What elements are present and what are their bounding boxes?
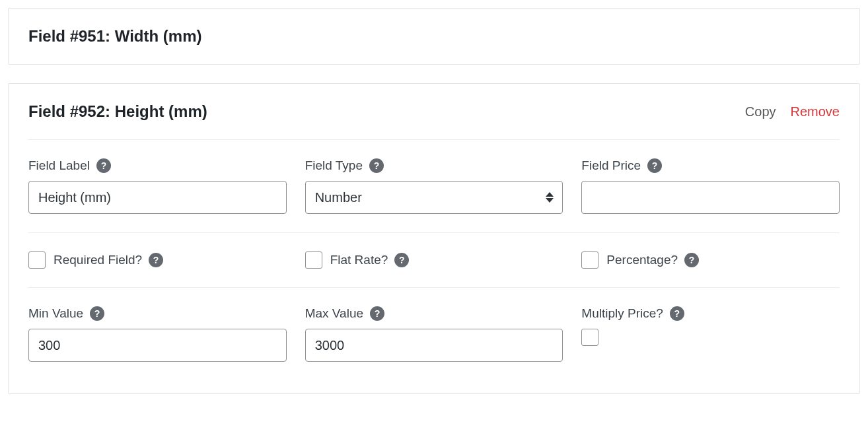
row-minmax: Min Value ? Max Value ? Multiply Price? … [28, 288, 840, 380]
max-value-label: Max Value ? [305, 306, 563, 321]
help-icon[interactable]: ? [670, 306, 684, 321]
field-type-text: Field Type [305, 158, 363, 173]
field-price-col: Field Price ? [581, 158, 840, 214]
field-952-body: Field Label ? Field Type ? Number [9, 139, 859, 393]
flat-rate-label: Flat Rate? ? [330, 253, 410, 267]
percentage-checkbox[interactable] [581, 251, 598, 269]
help-icon[interactable]: ? [647, 158, 662, 173]
multiply-price-checkbox[interactable] [581, 329, 598, 346]
multiply-price-label: Multiply Price? ? [581, 306, 840, 321]
flat-rate-checkbox[interactable] [305, 251, 322, 269]
copy-button[interactable]: Copy [745, 104, 776, 119]
field-952-title: Field #952: Height (mm) [28, 102, 207, 121]
multiply-price-text: Multiply Price? [581, 306, 663, 321]
field-label-input[interactable] [28, 181, 287, 214]
min-value-col: Min Value ? [28, 306, 287, 362]
help-icon[interactable]: ? [394, 253, 409, 267]
help-icon[interactable]: ? [370, 306, 384, 321]
row-field-basics: Field Label ? Field Type ? Number [28, 140, 840, 233]
field-952-header[interactable]: Field #952: Height (mm) Copy Remove [9, 84, 859, 139]
field-type-select-wrap: Number [305, 181, 563, 214]
max-value-input[interactable] [305, 329, 563, 362]
max-value-text: Max Value [305, 306, 363, 321]
field-price-label: Field Price ? [581, 158, 840, 173]
required-field-group: Required Field? ? [28, 251, 287, 269]
field-951-header[interactable]: Field #951: Width (mm) [9, 9, 859, 64]
help-icon[interactable]: ? [684, 253, 699, 267]
max-value-col: Max Value ? [305, 306, 563, 362]
field-952-actions: Copy Remove [745, 104, 840, 119]
field-952-panel: Field #952: Height (mm) Copy Remove Fiel… [8, 83, 860, 394]
field-type-label: Field Type ? [305, 158, 563, 173]
field-label-text: Field Label [28, 158, 90, 173]
help-icon[interactable]: ? [90, 306, 104, 321]
multiply-price-col: Multiply Price? ? [581, 306, 840, 362]
field-label-col: Field Label ? [28, 158, 287, 214]
row-checkboxes: Required Field? ? Flat Rate? ? Percentag… [28, 233, 840, 288]
required-field-text: Required Field? [54, 253, 142, 267]
field-type-select[interactable]: Number [305, 181, 563, 214]
field-type-col: Field Type ? Number [305, 158, 563, 214]
min-value-label: Min Value ? [28, 306, 287, 321]
field-951-panel: Field #951: Width (mm) [8, 8, 860, 65]
help-icon[interactable]: ? [369, 158, 384, 173]
help-icon[interactable]: ? [96, 158, 111, 173]
field-951-title: Field #951: Width (mm) [28, 27, 201, 46]
help-icon[interactable]: ? [149, 253, 163, 267]
field-price-text: Field Price [581, 158, 641, 173]
percentage-label: Percentage? ? [606, 253, 699, 267]
field-label-label: Field Label ? [28, 158, 287, 173]
min-value-text: Min Value [28, 306, 83, 321]
min-value-input[interactable] [28, 329, 287, 362]
flat-rate-text: Flat Rate? [330, 253, 388, 267]
percentage-group: Percentage? ? [581, 251, 840, 269]
percentage-text: Percentage? [606, 253, 678, 267]
flat-rate-group: Flat Rate? ? [305, 251, 563, 269]
remove-button[interactable]: Remove [791, 104, 840, 119]
required-field-checkbox[interactable] [28, 251, 46, 269]
required-field-label: Required Field? ? [54, 253, 163, 267]
field-price-input[interactable] [581, 181, 840, 214]
